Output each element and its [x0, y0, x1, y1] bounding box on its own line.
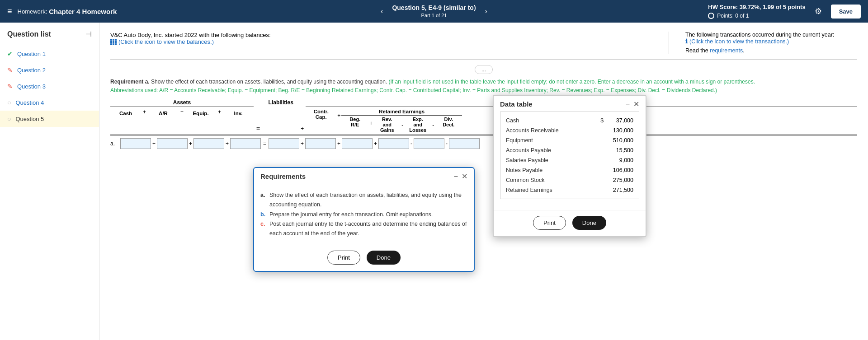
- collapse-sidebar-button[interactable]: ⊣: [85, 30, 92, 38]
- symbol-sp: [570, 155, 606, 165]
- req-text-a: Show the effect of each transaction on a…: [269, 191, 467, 210]
- data-table-modal-title: Data table: [500, 100, 533, 108]
- balances-link[interactable]: (Click the icon to view the balances.): [110, 38, 652, 45]
- account-re: Retained Earnings: [503, 185, 570, 195]
- plus-op-2: +: [180, 109, 184, 116]
- question-navigation: ‹ Question 5, E4-9 (similar to) Part 1 o…: [377, 4, 491, 19]
- requirements-modal-footer: Print Done: [254, 245, 474, 271]
- svg-rect-2: [115, 39, 117, 41]
- account-equipment: Equipment: [503, 135, 570, 145]
- input-plus-2: +: [188, 140, 193, 147]
- account-ap: Accounts Payable: [503, 145, 570, 155]
- transactions-block: The following transactions occurred duri…: [685, 32, 857, 54]
- sidebar: Question list ⊣ ✔ Question 1 ✎ Question …: [0, 23, 99, 340]
- intro-right: The following transactions occurred duri…: [685, 32, 857, 54]
- req-text-c: Post each journal entry to the t-account…: [269, 219, 467, 239]
- explosses-input[interactable]: [414, 138, 444, 149]
- expand-button-wrap: ...: [110, 65, 857, 74]
- data-table-print-button[interactable]: Print: [533, 216, 566, 230]
- circle-icon-q5: ○: [7, 115, 11, 122]
- pencil-icon-q2: ✎: [7, 66, 13, 74]
- plus-op-5: +: [337, 109, 340, 119]
- requirements-minimize-button[interactable]: −: [454, 173, 458, 180]
- svg-rect-3: [110, 41, 112, 43]
- sidebar-item-q4[interactable]: ○ Question 4: [0, 94, 99, 111]
- transactions-text: The following transactions occurred duri…: [685, 32, 857, 38]
- data-table-minimize-button[interactable]: −: [626, 101, 630, 108]
- req-main-text: Show the effect of each transaction on a…: [151, 79, 387, 85]
- inv-input[interactable]: [230, 138, 261, 149]
- equip-input[interactable]: [193, 138, 224, 149]
- sidebar-label-q3: Question 3: [17, 83, 46, 90]
- value-sp: 9,000: [606, 155, 636, 165]
- sidebar-item-q1[interactable]: ✔ Question 1: [0, 46, 99, 62]
- top-right-section: HW Score: 39.72%, 1.99 of 5 points Point…: [708, 3, 861, 20]
- contrcap-input[interactable]: [305, 138, 336, 149]
- read-label: Read the: [685, 47, 708, 54]
- sidebar-item-q3[interactable]: ✎ Question 3: [0, 78, 99, 94]
- table-headers: Assets Cash + A/R + Equip. + Inv. = Liab…: [110, 99, 857, 135]
- input-plus-1: +: [151, 140, 157, 147]
- value-ar: 130,000: [606, 126, 636, 135]
- data-table-close-button[interactable]: ✕: [633, 101, 639, 108]
- divdecl-input[interactable]: [449, 138, 480, 149]
- divdecl-header: Div.Decl.: [435, 116, 462, 127]
- row-label-a: a.: [110, 140, 118, 147]
- data-table-modal-body: Cash $ 37,000 Accounts Receivable 130,00…: [494, 110, 646, 210]
- expand-button[interactable]: ...: [475, 65, 493, 74]
- input-row-a: a. + + + = + + + - -: [110, 138, 857, 149]
- settings-button[interactable]: ⚙: [815, 6, 822, 16]
- input-plus-3: +: [224, 140, 230, 147]
- input-minus-2: -: [444, 140, 449, 147]
- sidebar-item-q2[interactable]: ✎ Question 2: [0, 62, 99, 78]
- re-group: Retained Earnings Beg.R/E + Rev.andGains…: [341, 109, 462, 133]
- value-re: 271,500: [606, 185, 636, 195]
- begre-input[interactable]: [342, 138, 373, 149]
- req-letter-c: c.: [260, 219, 267, 239]
- ar-input[interactable]: [157, 138, 188, 149]
- table-row-np: Notes Payable 106,000: [503, 165, 636, 175]
- intro-section: V&C Auto Body, Inc. started 2022 with th…: [110, 32, 857, 54]
- circle-icon-q4: ○: [7, 99, 11, 106]
- table-row-equipment: Equipment 510,000: [503, 135, 636, 145]
- read-req-line: Read the requirements.: [685, 47, 857, 54]
- transactions-link[interactable]: ℹ (Click the icon to view the transactio…: [685, 38, 857, 45]
- re-header: Retained Earnings: [341, 109, 462, 116]
- assets-header: Assets: [110, 99, 254, 107]
- sidebar-title: Question list: [7, 30, 51, 38]
- save-button[interactable]: Save: [831, 5, 861, 19]
- req-item-c: c. Post each journal entry to the t-acco…: [260, 219, 467, 239]
- next-question-button[interactable]: ›: [481, 5, 491, 17]
- points-row: Points: 0 of 1: [708, 12, 805, 20]
- revgains-input[interactable]: [378, 138, 409, 149]
- intro-left: V&C Auto Body, Inc. started 2022 with th…: [110, 32, 652, 54]
- sidebar-item-q5[interactable]: ○ Question 5: [0, 111, 99, 127]
- requirements-link[interactable]: requirements: [710, 47, 743, 54]
- requirements-done-button[interactable]: Done: [367, 251, 401, 265]
- requirements-print-button[interactable]: Print: [327, 251, 360, 265]
- table-row-cs: Common Stock 275,000: [503, 175, 636, 185]
- req-note-text: (If an input field is not used in the ta…: [389, 79, 755, 85]
- accounting-table-section: Assets Cash + A/R + Equip. + Inv. = Liab…: [110, 99, 857, 149]
- requirements-close-button[interactable]: ✕: [462, 173, 467, 180]
- cash-header: Cash: [110, 111, 141, 116]
- data-table-done-button[interactable]: Done: [572, 216, 606, 230]
- pencil-icon-q3: ✎: [7, 83, 13, 90]
- inv-header: Inv.: [223, 111, 254, 116]
- minus-op-2: -: [432, 116, 434, 128]
- data-table-modal-controls: − ✕: [626, 101, 639, 108]
- requirements-modal: Requirements − ✕ a. Show the effect of e…: [253, 167, 475, 272]
- question-subtitle: Part 1 of 21: [392, 12, 476, 19]
- table-row-cash: Cash $ 37,000: [503, 116, 636, 126]
- svg-rect-6: [110, 43, 112, 45]
- hw-score: HW Score: 39.72%, 1.99 of 5 points: [708, 3, 805, 12]
- svg-rect-4: [113, 41, 114, 43]
- hamburger-icon[interactable]: ≡: [7, 7, 12, 16]
- prev-question-button[interactable]: ‹: [377, 5, 387, 17]
- grid-icon: [110, 39, 117, 45]
- svg-rect-0: [110, 39, 112, 41]
- liabilities-input[interactable]: [269, 138, 299, 149]
- req-label: Requirement a.: [110, 79, 150, 85]
- liabilities-header: Liabilities: [263, 99, 299, 106]
- cash-input[interactable]: [120, 138, 151, 149]
